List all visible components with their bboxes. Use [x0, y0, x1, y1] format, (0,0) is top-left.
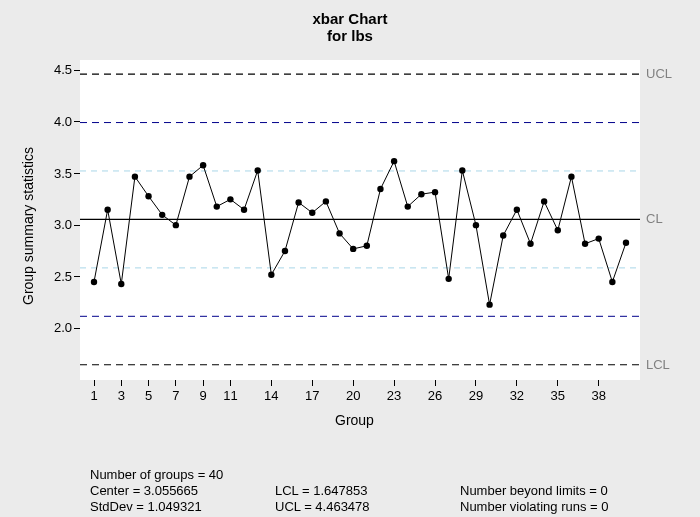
data-line: [94, 161, 626, 304]
y-tick: [74, 225, 80, 226]
data-point: [364, 243, 370, 249]
data-point: [609, 279, 615, 285]
data-point: [295, 199, 301, 205]
x-tick: [148, 380, 149, 386]
data-point: [254, 167, 260, 173]
data-point: [596, 235, 602, 241]
data-point: [377, 186, 383, 192]
data-point: [514, 206, 520, 212]
x-tick-label: 20: [341, 388, 365, 403]
x-tick-label: 14: [259, 388, 283, 403]
data-point: [445, 276, 451, 282]
x-tick: [94, 380, 95, 386]
data-point: [473, 222, 479, 228]
y-tick-label: 3.5: [32, 166, 72, 181]
x-tick: [394, 380, 395, 386]
footer-viol: Number violating runs = 0: [460, 499, 609, 515]
ucl-label: UCL: [646, 66, 672, 81]
data-point: [459, 167, 465, 173]
data-point: [104, 206, 110, 212]
data-point: [282, 248, 288, 254]
data-point: [336, 230, 342, 236]
data-point: [159, 212, 165, 218]
x-tick: [353, 380, 354, 386]
x-tick: [203, 380, 204, 386]
data-point: [200, 162, 206, 168]
data-point: [309, 210, 315, 216]
x-tick: [230, 380, 231, 386]
x-tick: [435, 380, 436, 386]
data-point: [241, 206, 247, 212]
y-tick: [74, 70, 80, 71]
y-tick: [74, 173, 80, 174]
chart-title-line2: for lbs: [0, 27, 700, 44]
data-point: [418, 191, 424, 197]
footer-beyond: Number beyond limits = 0: [460, 483, 608, 499]
x-tick-label: 1: [82, 388, 106, 403]
x-tick-label: 7: [164, 388, 188, 403]
x-tick-label: 3: [109, 388, 133, 403]
y-tick: [74, 121, 80, 122]
data-point: [350, 246, 356, 252]
y-tick: [74, 276, 80, 277]
data-point: [527, 241, 533, 247]
y-tick-label: 3.0: [32, 217, 72, 232]
data-point: [541, 198, 547, 204]
data-point: [214, 203, 220, 209]
x-tick-label: 11: [218, 388, 242, 403]
data-point: [405, 203, 411, 209]
data-point: [118, 281, 124, 287]
x-tick-label: 32: [505, 388, 529, 403]
footer-lcl: LCL = 1.647853: [275, 483, 367, 499]
data-point: [568, 173, 574, 179]
x-axis-label: Group: [335, 412, 374, 428]
x-tick: [516, 380, 517, 386]
plot-panel: [80, 60, 640, 380]
y-tick: [74, 328, 80, 329]
x-tick: [312, 380, 313, 386]
chart-title: xbar Chart for lbs: [0, 10, 700, 44]
x-tick-label: 26: [423, 388, 447, 403]
data-point: [623, 240, 629, 246]
x-tick-label: 5: [137, 388, 161, 403]
chart-title-line1: xbar Chart: [0, 10, 700, 27]
data-point: [91, 279, 97, 285]
x-tick: [271, 380, 272, 386]
data-point: [486, 301, 492, 307]
x-tick: [175, 380, 176, 386]
x-tick-label: 35: [546, 388, 570, 403]
chart-svg: [80, 60, 640, 380]
y-tick-label: 2.0: [32, 320, 72, 335]
data-point: [323, 198, 329, 204]
data-point: [173, 222, 179, 228]
y-tick-label: 4.5: [32, 62, 72, 77]
x-tick: [475, 380, 476, 386]
data-point: [132, 173, 138, 179]
data-point: [391, 158, 397, 164]
x-tick-label: 9: [191, 388, 215, 403]
y-tick-label: 4.0: [32, 114, 72, 129]
cl-label: CL: [646, 211, 663, 226]
x-tick: [598, 380, 599, 386]
data-point: [500, 232, 506, 238]
x-tick-label: 17: [300, 388, 324, 403]
data-point: [145, 193, 151, 199]
lcl-label: LCL: [646, 357, 670, 372]
x-tick: [557, 380, 558, 386]
footer-ngroups: Number of groups = 40: [90, 467, 223, 483]
y-tick-label: 2.5: [32, 269, 72, 284]
data-point: [555, 227, 561, 233]
data-point: [432, 189, 438, 195]
data-point: [268, 272, 274, 278]
x-tick-label: 23: [382, 388, 406, 403]
x-tick-label: 29: [464, 388, 488, 403]
data-point: [582, 241, 588, 247]
footer-ucl: UCL = 4.463478: [275, 499, 370, 515]
x-tick-label: 38: [587, 388, 611, 403]
footer-center: Center = 3.055665: [90, 483, 198, 499]
data-point: [186, 173, 192, 179]
x-tick: [121, 380, 122, 386]
footer-stddev: StdDev = 1.049321: [90, 499, 202, 515]
data-point: [227, 196, 233, 202]
